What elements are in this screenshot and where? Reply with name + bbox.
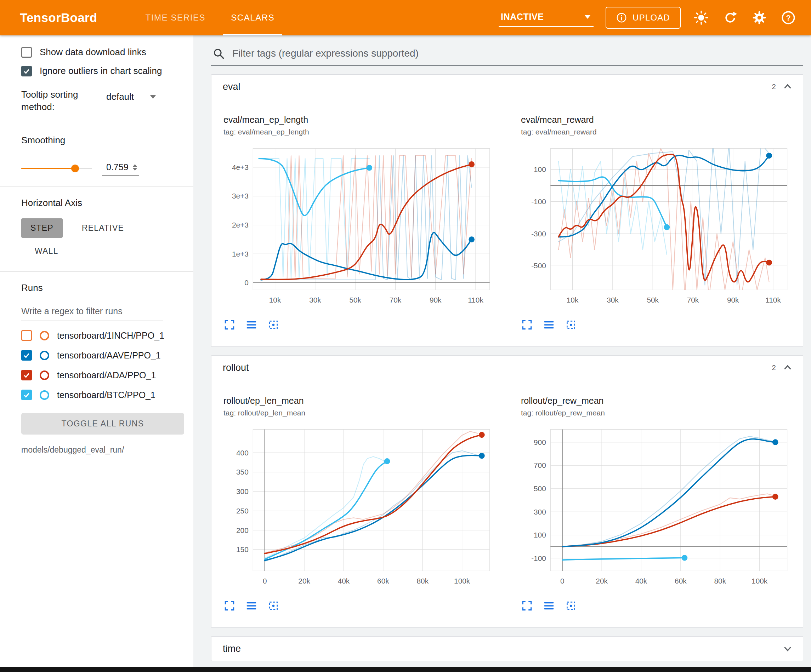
- svg-text:90k: 90k: [429, 296, 442, 304]
- section-title: eval: [223, 81, 241, 92]
- svg-text:60k: 60k: [377, 577, 389, 585]
- check-icon: [23, 351, 31, 359]
- header-actions: INACTIVE UPLOAD: [499, 7, 797, 29]
- run-checkbox[interactable]: [21, 370, 32, 381]
- axis-relative-button[interactable]: RELATIVE: [73, 218, 133, 238]
- svg-text:50k: 50k: [349, 296, 361, 304]
- section-header-rollout[interactable]: rollout 2: [211, 355, 803, 380]
- maximize-icon[interactable]: [521, 600, 533, 612]
- dashboard-main: eval 2 eval/mean_ep_length tag: eval/mea…: [193, 36, 811, 667]
- section-chart-count: 2: [772, 83, 776, 91]
- svg-text:1e+3: 1e+3: [232, 250, 249, 258]
- svg-text:90k: 90k: [727, 296, 739, 304]
- maximize-icon[interactable]: [521, 319, 533, 331]
- svg-text:-100: -100: [531, 554, 546, 562]
- axis-wall-button[interactable]: WALL: [25, 241, 68, 261]
- divider: [0, 271, 193, 272]
- run-color-circle: [40, 331, 49, 340]
- toggle-all-runs-button[interactable]: TOGGLE ALL RUNS: [21, 413, 184, 435]
- tab-time-series[interactable]: TIME SERIES: [133, 0, 219, 36]
- maximize-icon[interactable]: [224, 319, 236, 331]
- divider: [0, 186, 193, 187]
- viewport-bottom-edge: [0, 667, 811, 672]
- svg-text:110k: 110k: [468, 296, 484, 304]
- run-checkbox[interactable]: [21, 350, 32, 361]
- svg-text:-100: -100: [531, 198, 546, 206]
- section-header-eval[interactable]: eval 2: [211, 74, 803, 99]
- app-header: TensorBoard TIME SERIES SCALARS INACTIVE…: [0, 0, 811, 36]
- check-icon: [23, 67, 31, 75]
- brightness-icon[interactable]: [693, 9, 710, 26]
- fit-domain-icon[interactable]: [267, 319, 280, 331]
- svg-text:900: 900: [534, 438, 546, 446]
- tab-scalars[interactable]: SCALARS: [218, 0, 287, 36]
- run-row-ada[interactable]: tensorboard/ADA/PPO_1: [21, 370, 183, 381]
- data-table-icon[interactable]: [543, 319, 555, 331]
- smoothing-value-input[interactable]: 0.759: [102, 161, 139, 176]
- run-row-btc[interactable]: tensorboard/BTC/PPO_1: [21, 389, 183, 400]
- settings-icon[interactable]: [751, 9, 768, 26]
- section-card-rollout: rollout 2 rollout/ep_len_mean tag: rollo…: [211, 355, 803, 628]
- chart-tag: tag: rollout/ep_rew_mean: [521, 409, 790, 417]
- chart-block-eval-mean-reward: eval/mean_reward tag: eval/mean_reward 1…: [521, 115, 790, 331]
- chart-block-rollout-ep-len-mean: rollout/ep_len_mean tag: rollout/ep_len_…: [224, 396, 493, 612]
- run-label: tensorboard/BTC/PPO_1: [57, 390, 156, 400]
- svg-text:100: 100: [534, 531, 546, 539]
- svg-text:30k: 30k: [607, 296, 619, 304]
- chart-title: rollout/ep_len_mean: [224, 396, 493, 406]
- tooltip-sorting-value: default: [106, 91, 134, 102]
- ignore-outliers-checkbox[interactable]: [21, 66, 32, 76]
- run-checkbox[interactable]: [21, 389, 32, 400]
- run-row-1inch[interactable]: tensorboard/1INCH/PPO_1: [21, 330, 183, 341]
- data-table-icon[interactable]: [246, 319, 258, 331]
- svg-text:2e+3: 2e+3: [232, 221, 249, 229]
- svg-text:10k: 10k: [567, 296, 579, 304]
- svg-text:100k: 100k: [752, 577, 768, 585]
- fit-domain-icon[interactable]: [565, 600, 577, 612]
- stepper-arrows-icon[interactable]: [133, 164, 137, 171]
- chart-title: rollout/ep_rew_mean: [521, 396, 790, 406]
- chevron-down-icon: [150, 95, 156, 99]
- rollout-ep-len-mean-chart[interactable]: 020k40k60k80k100k150200250300350400: [224, 424, 493, 596]
- svg-text:60k: 60k: [675, 577, 687, 585]
- section-chart-count: 2: [772, 364, 776, 372]
- section-header-time[interactable]: time: [211, 636, 803, 661]
- svg-text:500: 500: [534, 484, 546, 493]
- data-table-icon[interactable]: [543, 600, 555, 612]
- svg-text:10k: 10k: [269, 296, 281, 304]
- data-table-icon[interactable]: [246, 600, 258, 612]
- show-download-links-checkbox[interactable]: [21, 47, 32, 58]
- axis-step-button[interactable]: STEP: [21, 218, 63, 238]
- eval-mean-ep-length-chart[interactable]: 10k30k50k70k90k110k01e+32e+33e+34e+3: [224, 143, 493, 315]
- tag-filter-input[interactable]: [232, 47, 801, 59]
- maximize-icon[interactable]: [224, 600, 236, 612]
- section-body-rollout: rollout/ep_len_mean tag: rollout/ep_len_…: [211, 380, 803, 627]
- chart-block-eval-mean-ep-length: eval/mean_ep_length tag: eval/mean_ep_le…: [224, 115, 493, 331]
- fit-domain-icon[interactable]: [267, 600, 280, 612]
- svg-text:-500: -500: [531, 262, 546, 270]
- tooltip-sorting-select[interactable]: default: [106, 88, 156, 102]
- svg-text:70k: 70k: [687, 296, 699, 304]
- slider-knob[interactable]: [71, 164, 79, 172]
- run-checkbox[interactable]: [21, 330, 32, 341]
- upload-button[interactable]: UPLOAD: [606, 7, 681, 29]
- runs-filter-input[interactable]: [21, 303, 163, 321]
- fit-domain-icon[interactable]: [565, 319, 577, 331]
- svg-text:40k: 40k: [338, 577, 350, 585]
- refresh-icon[interactable]: [722, 9, 739, 26]
- chevron-up-icon[interactable]: [782, 362, 793, 373]
- svg-text:80k: 80k: [714, 577, 726, 585]
- chevron-down-icon[interactable]: [782, 643, 793, 654]
- svg-text:20k: 20k: [298, 577, 310, 585]
- section-card-time: time: [211, 636, 803, 661]
- chevron-up-icon[interactable]: [782, 81, 793, 92]
- smoothing-slider[interactable]: [21, 168, 92, 169]
- run-row-aave[interactable]: tensorboard/AAVE/PPO_1: [21, 350, 183, 361]
- chart-tag: tag: eval/mean_ep_length: [224, 128, 493, 136]
- svg-text:700: 700: [534, 462, 546, 470]
- checkbox-label: Ignore outliers in chart scaling: [40, 66, 162, 76]
- rollout-ep-rew-mean-chart[interactable]: 020k40k60k80k100k-100100300500700900: [521, 424, 790, 596]
- eval-mean-reward-chart[interactable]: 10k30k50k70k90k110k100-100-300-500: [521, 143, 790, 315]
- help-icon[interactable]: ?: [780, 9, 797, 26]
- status-dropdown[interactable]: INACTIVE: [499, 9, 594, 27]
